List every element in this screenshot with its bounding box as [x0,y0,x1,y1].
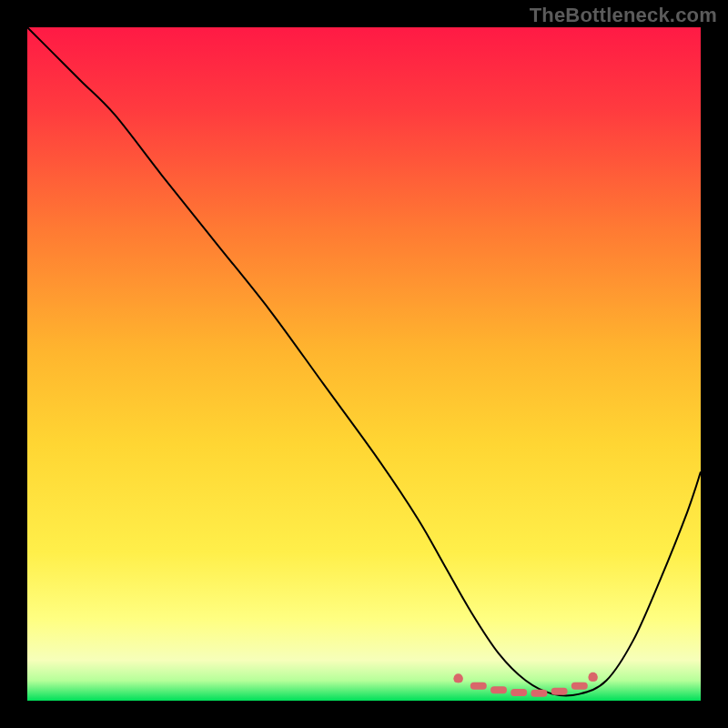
marker-segment [511,689,527,696]
marker-segment [551,688,568,695]
marker-segment [571,682,588,690]
plot-area [27,27,701,701]
marker-segment [470,682,487,690]
gradient-background [27,27,701,701]
watermark-text: TheBottleneck.com [530,4,717,27]
marker-segment [490,686,507,693]
marker-segment [531,690,547,697]
marker-dot [454,673,463,682]
plot-svg [27,27,701,701]
chart-stage: TheBottleneck.com [0,0,728,728]
marker-dot [589,672,598,682]
